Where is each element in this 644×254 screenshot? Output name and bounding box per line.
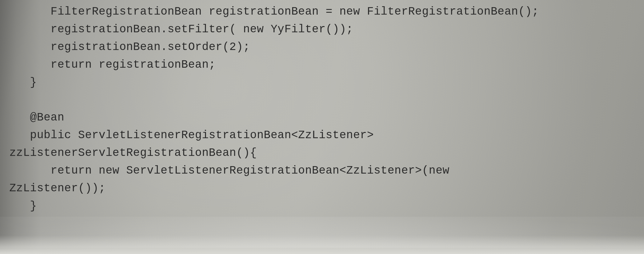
code-line: registrationBean.setFilter( new YyFilter…: [9, 23, 353, 36]
code-line: ZzListener());: [9, 182, 105, 195]
code-line: registrationBean.setOrder(2);: [9, 41, 250, 53]
code-line: FilterRegistrationBean registrationBean …: [9, 5, 539, 18]
code-line: public ServletListenerRegistrationBean<Z…: [9, 129, 374, 142]
code-line: }: [9, 76, 37, 89]
code-line: return registrationBean;: [9, 58, 216, 71]
code-line: }: [9, 200, 37, 212]
scanned-page: FilterRegistrationBean registrationBean …: [0, 0, 644, 254]
code-line: zzListenerServletRegistrationBean(){: [9, 147, 257, 159]
code-snippet: FilterRegistrationBean registrationBean …: [9, 3, 635, 215]
page-bottom-edge: [0, 235, 644, 254]
code-line: @Bean: [9, 111, 64, 124]
code-line: return new ServletListenerRegistrationBe…: [9, 164, 450, 177]
